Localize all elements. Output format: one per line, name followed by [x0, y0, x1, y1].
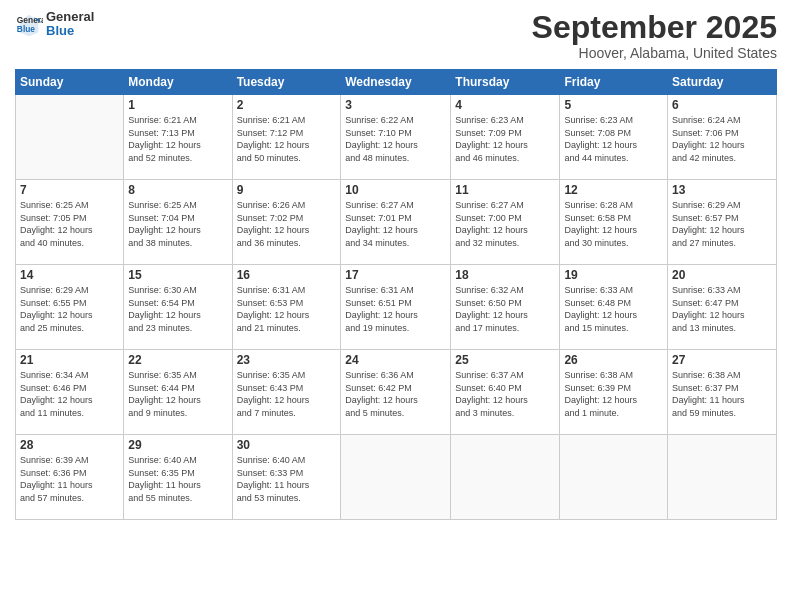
col-saturday: Saturday — [668, 70, 777, 95]
day-info: Sunrise: 6:30 AM Sunset: 6:54 PM Dayligh… — [128, 284, 227, 334]
day-info: Sunrise: 6:33 AM Sunset: 6:47 PM Dayligh… — [672, 284, 772, 334]
table-row: 29Sunrise: 6:40 AM Sunset: 6:35 PM Dayli… — [124, 435, 232, 520]
day-number: 23 — [237, 353, 337, 367]
table-row: 15Sunrise: 6:30 AM Sunset: 6:54 PM Dayli… — [124, 265, 232, 350]
col-sunday: Sunday — [16, 70, 124, 95]
table-row: 2Sunrise: 6:21 AM Sunset: 7:12 PM Daylig… — [232, 95, 341, 180]
day-number: 14 — [20, 268, 119, 282]
day-number: 22 — [128, 353, 227, 367]
location-subtitle: Hoover, Alabama, United States — [532, 45, 777, 61]
table-row: 30Sunrise: 6:40 AM Sunset: 6:33 PM Dayli… — [232, 435, 341, 520]
table-row: 28Sunrise: 6:39 AM Sunset: 6:36 PM Dayli… — [16, 435, 124, 520]
day-info: Sunrise: 6:34 AM Sunset: 6:46 PM Dayligh… — [20, 369, 119, 419]
day-info: Sunrise: 6:36 AM Sunset: 6:42 PM Dayligh… — [345, 369, 446, 419]
day-info: Sunrise: 6:24 AM Sunset: 7:06 PM Dayligh… — [672, 114, 772, 164]
table-row: 14Sunrise: 6:29 AM Sunset: 6:55 PM Dayli… — [16, 265, 124, 350]
table-row: 1Sunrise: 6:21 AM Sunset: 7:13 PM Daylig… — [124, 95, 232, 180]
table-row: 12Sunrise: 6:28 AM Sunset: 6:58 PM Dayli… — [560, 180, 668, 265]
table-row: 11Sunrise: 6:27 AM Sunset: 7:00 PM Dayli… — [451, 180, 560, 265]
day-info: Sunrise: 6:23 AM Sunset: 7:09 PM Dayligh… — [455, 114, 555, 164]
day-info: Sunrise: 6:38 AM Sunset: 6:39 PM Dayligh… — [564, 369, 663, 419]
table-row — [451, 435, 560, 520]
calendar-header-row: Sunday Monday Tuesday Wednesday Thursday… — [16, 70, 777, 95]
day-info: Sunrise: 6:31 AM Sunset: 6:53 PM Dayligh… — [237, 284, 337, 334]
table-row: 4Sunrise: 6:23 AM Sunset: 7:09 PM Daylig… — [451, 95, 560, 180]
day-number: 8 — [128, 183, 227, 197]
svg-text:Blue: Blue — [17, 25, 35, 35]
table-row: 20Sunrise: 6:33 AM Sunset: 6:47 PM Dayli… — [668, 265, 777, 350]
table-row: 10Sunrise: 6:27 AM Sunset: 7:01 PM Dayli… — [341, 180, 451, 265]
table-row: 26Sunrise: 6:38 AM Sunset: 6:39 PM Dayli… — [560, 350, 668, 435]
table-row: 17Sunrise: 6:31 AM Sunset: 6:51 PM Dayli… — [341, 265, 451, 350]
table-row — [341, 435, 451, 520]
day-number: 16 — [237, 268, 337, 282]
table-row: 6Sunrise: 6:24 AM Sunset: 7:06 PM Daylig… — [668, 95, 777, 180]
table-row: 9Sunrise: 6:26 AM Sunset: 7:02 PM Daylig… — [232, 180, 341, 265]
day-info: Sunrise: 6:23 AM Sunset: 7:08 PM Dayligh… — [564, 114, 663, 164]
table-row: 13Sunrise: 6:29 AM Sunset: 6:57 PM Dayli… — [668, 180, 777, 265]
calendar-week-row: 21Sunrise: 6:34 AM Sunset: 6:46 PM Dayli… — [16, 350, 777, 435]
day-info: Sunrise: 6:37 AM Sunset: 6:40 PM Dayligh… — [455, 369, 555, 419]
table-row: 7Sunrise: 6:25 AM Sunset: 7:05 PM Daylig… — [16, 180, 124, 265]
day-number: 1 — [128, 98, 227, 112]
day-number: 11 — [455, 183, 555, 197]
day-info: Sunrise: 6:27 AM Sunset: 7:01 PM Dayligh… — [345, 199, 446, 249]
day-number: 3 — [345, 98, 446, 112]
day-number: 9 — [237, 183, 337, 197]
col-tuesday: Tuesday — [232, 70, 341, 95]
table-row: 24Sunrise: 6:36 AM Sunset: 6:42 PM Dayli… — [341, 350, 451, 435]
day-info: Sunrise: 6:29 AM Sunset: 6:57 PM Dayligh… — [672, 199, 772, 249]
day-number: 12 — [564, 183, 663, 197]
day-info: Sunrise: 6:31 AM Sunset: 6:51 PM Dayligh… — [345, 284, 446, 334]
day-info: Sunrise: 6:28 AM Sunset: 6:58 PM Dayligh… — [564, 199, 663, 249]
day-number: 18 — [455, 268, 555, 282]
day-number: 6 — [672, 98, 772, 112]
logo-blue: Blue — [46, 24, 94, 38]
table-row: 5Sunrise: 6:23 AM Sunset: 7:08 PM Daylig… — [560, 95, 668, 180]
day-number: 20 — [672, 268, 772, 282]
day-number: 17 — [345, 268, 446, 282]
day-info: Sunrise: 6:29 AM Sunset: 6:55 PM Dayligh… — [20, 284, 119, 334]
day-number: 27 — [672, 353, 772, 367]
day-number: 5 — [564, 98, 663, 112]
day-info: Sunrise: 6:40 AM Sunset: 6:35 PM Dayligh… — [128, 454, 227, 504]
table-row: 23Sunrise: 6:35 AM Sunset: 6:43 PM Dayli… — [232, 350, 341, 435]
month-title: September 2025 — [532, 10, 777, 45]
day-info: Sunrise: 6:27 AM Sunset: 7:00 PM Dayligh… — [455, 199, 555, 249]
day-number: 21 — [20, 353, 119, 367]
day-info: Sunrise: 6:25 AM Sunset: 7:05 PM Dayligh… — [20, 199, 119, 249]
day-info: Sunrise: 6:40 AM Sunset: 6:33 PM Dayligh… — [237, 454, 337, 504]
day-number: 26 — [564, 353, 663, 367]
table-row — [560, 435, 668, 520]
day-info: Sunrise: 6:35 AM Sunset: 6:44 PM Dayligh… — [128, 369, 227, 419]
day-info: Sunrise: 6:38 AM Sunset: 6:37 PM Dayligh… — [672, 369, 772, 419]
page-header: General Blue General Blue September 2025… — [15, 10, 777, 61]
day-number: 28 — [20, 438, 119, 452]
logo-general: General — [46, 10, 94, 24]
day-info: Sunrise: 6:33 AM Sunset: 6:48 PM Dayligh… — [564, 284, 663, 334]
calendar-table: Sunday Monday Tuesday Wednesday Thursday… — [15, 69, 777, 520]
day-info: Sunrise: 6:21 AM Sunset: 7:13 PM Dayligh… — [128, 114, 227, 164]
logo-icon: General Blue — [15, 10, 43, 38]
table-row: 16Sunrise: 6:31 AM Sunset: 6:53 PM Dayli… — [232, 265, 341, 350]
day-number: 30 — [237, 438, 337, 452]
table-row: 22Sunrise: 6:35 AM Sunset: 6:44 PM Dayli… — [124, 350, 232, 435]
day-number: 25 — [455, 353, 555, 367]
day-number: 13 — [672, 183, 772, 197]
col-monday: Monday — [124, 70, 232, 95]
day-number: 15 — [128, 268, 227, 282]
day-info: Sunrise: 6:21 AM Sunset: 7:12 PM Dayligh… — [237, 114, 337, 164]
day-info: Sunrise: 6:26 AM Sunset: 7:02 PM Dayligh… — [237, 199, 337, 249]
day-info: Sunrise: 6:32 AM Sunset: 6:50 PM Dayligh… — [455, 284, 555, 334]
table-row — [16, 95, 124, 180]
table-row: 3Sunrise: 6:22 AM Sunset: 7:10 PM Daylig… — [341, 95, 451, 180]
day-number: 10 — [345, 183, 446, 197]
day-info: Sunrise: 6:22 AM Sunset: 7:10 PM Dayligh… — [345, 114, 446, 164]
col-friday: Friday — [560, 70, 668, 95]
day-info: Sunrise: 6:39 AM Sunset: 6:36 PM Dayligh… — [20, 454, 119, 504]
table-row — [668, 435, 777, 520]
col-wednesday: Wednesday — [341, 70, 451, 95]
table-row: 8Sunrise: 6:25 AM Sunset: 7:04 PM Daylig… — [124, 180, 232, 265]
col-thursday: Thursday — [451, 70, 560, 95]
day-number: 2 — [237, 98, 337, 112]
